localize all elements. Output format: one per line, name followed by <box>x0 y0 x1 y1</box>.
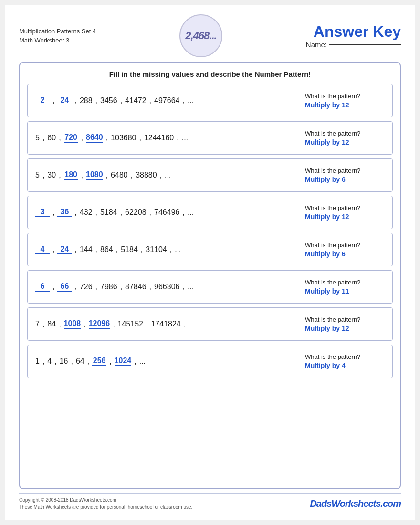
separator: , <box>95 208 97 217</box>
sequence-item: 864 <box>100 245 113 254</box>
name-underline <box>329 44 401 45</box>
pattern-answer: Multiply by 12 <box>305 138 385 146</box>
sequence-area: 3,36,432,5184,62208,746496,... <box>28 196 297 229</box>
separator: , <box>59 320 61 328</box>
sequence-item: 145152 <box>118 320 143 328</box>
sequence-item: 288 <box>80 96 93 105</box>
pattern-answer: Multiply by 12 <box>305 213 385 220</box>
sequence-item: 3 <box>35 208 50 217</box>
separator: , <box>95 283 97 291</box>
sequence-item: 1080 <box>86 170 103 180</box>
sequence-item: 87846 <box>125 283 147 291</box>
separator: , <box>149 208 151 217</box>
sequence-item: 24 <box>57 245 72 254</box>
sequence-item: 6480 <box>111 171 128 179</box>
separator: , <box>74 283 76 291</box>
sequence-item: 5 <box>35 134 40 142</box>
pattern-area: What is the pattern?Multiply by 11 <box>297 271 392 303</box>
sequence-area: 2,24,288,3456,41472,497664,... <box>28 84 297 117</box>
problems-container: 2,24,288,3456,41472,497664,...What is th… <box>27 84 393 382</box>
separator: , <box>95 245 97 254</box>
sequence-item: 60 <box>47 134 56 142</box>
sequence-area: 5,30,180,1080,6480,38880,... <box>28 159 297 191</box>
footer-disclaimer: These Math Worksheets are provided for p… <box>19 504 192 511</box>
sequence-item: 62208 <box>125 208 147 217</box>
separator: , <box>52 283 54 291</box>
sequence-item: 144 <box>80 245 93 254</box>
separator: , <box>59 171 61 179</box>
separator: , <box>95 96 97 105</box>
name-line: Name: <box>306 41 401 49</box>
pattern-question: What is the pattern? <box>305 316 385 323</box>
separator: , <box>120 96 122 105</box>
separator: , <box>52 245 54 254</box>
pattern-answer: Multiply by 11 <box>305 287 385 295</box>
sequence-item: 12096 <box>89 319 110 329</box>
sequence-item: 1244160 <box>144 134 174 142</box>
separator: , <box>52 208 54 217</box>
separator: , <box>139 134 141 142</box>
sequence-area: 5,60,720,8640,103680,1244160,... <box>28 122 297 154</box>
separator: , <box>131 171 133 179</box>
answer-key-label: Answer Key <box>314 23 401 41</box>
separator: , <box>59 134 61 142</box>
pattern-answer: Multiply by 12 <box>305 101 385 109</box>
footer-copyright: Copyright © 2008-2018 DadsWorksheets.com <box>19 496 192 504</box>
sequence-item: ... <box>175 245 181 254</box>
pattern-question: What is the pattern? <box>305 93 385 100</box>
sequence-area: 7,84,1008,12096,145152,1741824,... <box>28 308 297 340</box>
sequence-item: ... <box>188 208 194 217</box>
sequence-item: ... <box>182 134 188 142</box>
separator: , <box>81 171 83 179</box>
separator: , <box>106 134 108 142</box>
sequence-item: 1024 <box>115 357 132 366</box>
sequence-item: 3456 <box>100 96 117 105</box>
separator: , <box>87 357 89 366</box>
sequence-item: ... <box>188 96 194 105</box>
separator: , <box>182 283 184 291</box>
sequence-item: 38880 <box>136 171 157 179</box>
separator: , <box>42 171 44 179</box>
sequence-item: 41472 <box>125 96 147 105</box>
sequence-item: 24 <box>57 96 72 105</box>
separator: , <box>182 208 184 217</box>
sequence-item: 31104 <box>146 245 167 254</box>
separator: , <box>109 357 111 366</box>
separator: , <box>182 96 184 105</box>
pattern-question: What is the pattern? <box>305 242 385 249</box>
problem-row: 1,4,16,64,256,1024,...What is the patter… <box>27 345 393 378</box>
header-right: Answer Key Name: <box>306 23 401 49</box>
pattern-answer: Multiply by 6 <box>305 176 385 183</box>
separator: , <box>120 283 122 291</box>
separator: , <box>52 96 54 105</box>
problem-row: 5,30,180,1080,6480,38880,...What is the … <box>27 158 393 192</box>
separator: , <box>170 245 172 254</box>
separator: , <box>146 320 148 328</box>
header: Multiplication Patterns Set 4 Math Works… <box>19 14 401 57</box>
separator: , <box>74 208 76 217</box>
pattern-area: What is the pattern?Multiply by 6 <box>297 233 392 266</box>
sequence-item: 4 <box>47 357 52 366</box>
logo-circle: 2,468... <box>179 14 222 57</box>
sequence-item: 4 <box>35 245 50 254</box>
problem-row: 5,60,720,8640,103680,1244160,...What is … <box>27 121 393 155</box>
page: Multiplication Patterns Set 4 Math Works… <box>5 5 415 520</box>
sequence-item: ... <box>188 283 194 291</box>
separator: , <box>42 320 44 328</box>
separator: , <box>84 320 85 328</box>
problem-row: 3,36,432,5184,62208,746496,...What is th… <box>27 196 393 229</box>
pattern-answer: Multiply by 6 <box>305 250 385 258</box>
instruction: Fill in the missing values and describe … <box>27 70 393 78</box>
pattern-area: What is the pattern?Multiply by 12 <box>297 196 392 229</box>
sequence-item: 1741824 <box>151 320 180 328</box>
pattern-answer: Multiply by 4 <box>305 362 385 369</box>
pattern-question: What is the pattern? <box>305 130 385 137</box>
sequence-item: 256 <box>92 357 106 366</box>
separator: , <box>74 96 76 105</box>
sequence-area: 4,24,144,864,5184,31104,... <box>28 233 297 266</box>
sequence-item: 2 <box>35 96 50 105</box>
pattern-question: What is the pattern? <box>305 279 385 286</box>
main-box: Fill in the missing values and describe … <box>19 62 401 489</box>
separator: , <box>134 357 136 366</box>
separator: , <box>120 208 122 217</box>
